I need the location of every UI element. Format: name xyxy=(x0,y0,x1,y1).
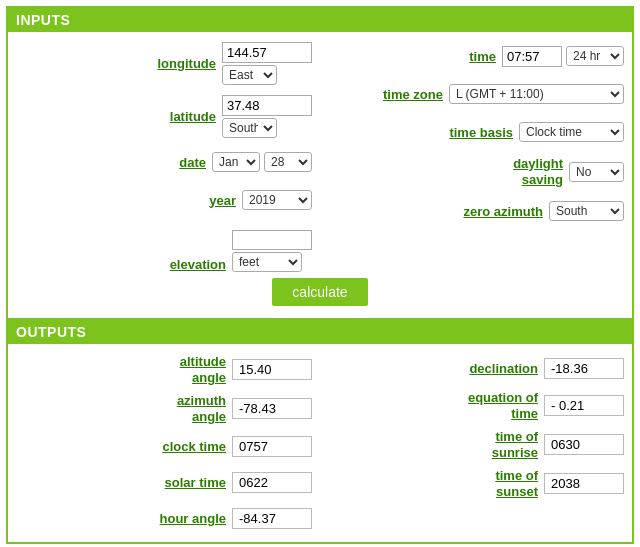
year-select[interactable]: 2019 xyxy=(242,190,312,210)
altitude-angle-row: altitude angle 15.40 xyxy=(16,354,312,385)
time-basis-label: time basis xyxy=(449,125,513,140)
longitude-direction-select[interactable]: East West xyxy=(222,65,277,85)
time-of-sunset-value: 2038 xyxy=(544,473,624,494)
latitude-input-group: North South xyxy=(222,95,312,138)
daylight-saving-select[interactable]: No Yes xyxy=(569,162,624,182)
latitude-row: latitude North South xyxy=(16,95,312,138)
equation-of-time-label: equation of time xyxy=(468,390,538,421)
year-row: year 2019 xyxy=(16,186,312,214)
zero-azimuth-label: zero azimuth xyxy=(464,204,543,219)
time-basis-select[interactable]: Clock time Solar time xyxy=(519,122,624,142)
time-of-sunset-row: time of sunset 2038 xyxy=(328,468,624,499)
equation-of-time-value: - 0.21 xyxy=(544,395,624,416)
time-of-sunrise-value: 0630 xyxy=(544,434,624,455)
latitude-value-input[interactable] xyxy=(222,95,312,116)
time-input-group: 24 hr 12 hr xyxy=(502,46,624,67)
outputs-header: OUTPUTS xyxy=(8,320,632,344)
equation-of-time-row: equation of time - 0.21 xyxy=(328,390,624,421)
declination-value: -18.36 xyxy=(544,358,624,379)
latitude-direction-select[interactable]: North South xyxy=(222,118,277,138)
daylight-saving-label: daylight saving xyxy=(513,156,563,187)
elevation-label: elevation xyxy=(170,257,226,272)
longitude-row: longitude East West xyxy=(16,42,312,85)
azimuth-angle-value: -78.43 xyxy=(232,398,312,419)
calculate-button[interactable]: calculate xyxy=(272,278,367,306)
date-input-group: JanFebMarApr MayJunJulAug SepOctNovDec 1… xyxy=(212,152,312,172)
azimuth-angle-label: azimuth angle xyxy=(177,393,226,424)
hour-angle-label: hour angle xyxy=(160,511,226,526)
elevation-row: elevation feet meters xyxy=(16,224,312,272)
time-of-sunset-label: time of sunset xyxy=(495,468,538,499)
timezone-label: time zone xyxy=(383,87,443,102)
zero-azimuth-row: zero azimuth South North xyxy=(328,197,624,225)
longitude-value-input[interactable] xyxy=(222,42,312,63)
clock-time-label: clock time xyxy=(162,439,226,454)
time-of-sunrise-row: time of sunrise 0630 xyxy=(328,429,624,460)
time-format-select[interactable]: 24 hr 12 hr xyxy=(566,46,624,66)
date-label: date xyxy=(179,155,206,170)
year-label: year xyxy=(209,193,236,208)
hour-angle-row: hour angle -84.37 xyxy=(16,504,312,532)
altitude-angle-value: 15.40 xyxy=(232,359,312,380)
hour-angle-value: -84.37 xyxy=(232,508,312,529)
daylight-saving-row: daylight saving No Yes xyxy=(328,156,624,187)
outputs-section: OUTPUTS altitude angle 15.40 xyxy=(8,318,632,542)
elevation-input-group: feet meters xyxy=(232,230,312,272)
calculate-row: calculate xyxy=(8,272,632,318)
elevation-unit-select[interactable]: feet meters xyxy=(232,252,302,272)
clock-time-value: 0757 xyxy=(232,436,312,457)
time-value-input[interactable] xyxy=(502,46,562,67)
altitude-angle-label: altitude angle xyxy=(180,354,226,385)
date-row: date JanFebMarApr MayJunJulAug SepOctNov… xyxy=(16,148,312,176)
solar-time-label: solar time xyxy=(165,475,226,490)
inputs-section: INPUTS longitude East West xyxy=(8,8,632,318)
zero-azimuth-select[interactable]: South North xyxy=(549,201,624,221)
solar-time-row: solar time 0622 xyxy=(16,468,312,496)
time-row: time 24 hr 12 hr xyxy=(328,42,624,70)
time-of-sunrise-label: time of sunrise xyxy=(492,429,538,460)
main-container: INPUTS longitude East West xyxy=(6,6,634,544)
declination-row: declination -18.36 xyxy=(328,354,624,382)
inputs-header: INPUTS xyxy=(8,8,632,32)
elevation-value-input[interactable] xyxy=(232,230,312,250)
timezone-row: time zone L (GMT + 11:00) xyxy=(328,80,624,108)
month-select[interactable]: JanFebMarApr MayJunJulAug SepOctNovDec xyxy=(212,152,260,172)
day-select[interactable]: 12345 678910 1112131415 1617181920 21222… xyxy=(264,152,312,172)
time-basis-row: time basis Clock time Solar time xyxy=(328,118,624,146)
longitude-input-group: East West xyxy=(222,42,312,85)
longitude-label: longitude xyxy=(158,56,217,71)
solar-time-value: 0622 xyxy=(232,472,312,493)
latitude-label: latitude xyxy=(170,109,216,124)
time-label: time xyxy=(469,49,496,64)
timezone-select[interactable]: L (GMT + 11:00) xyxy=(449,84,624,104)
declination-label: declination xyxy=(469,361,538,376)
azimuth-angle-row: azimuth angle -78.43 xyxy=(16,393,312,424)
clock-time-row: clock time 0757 xyxy=(16,432,312,460)
